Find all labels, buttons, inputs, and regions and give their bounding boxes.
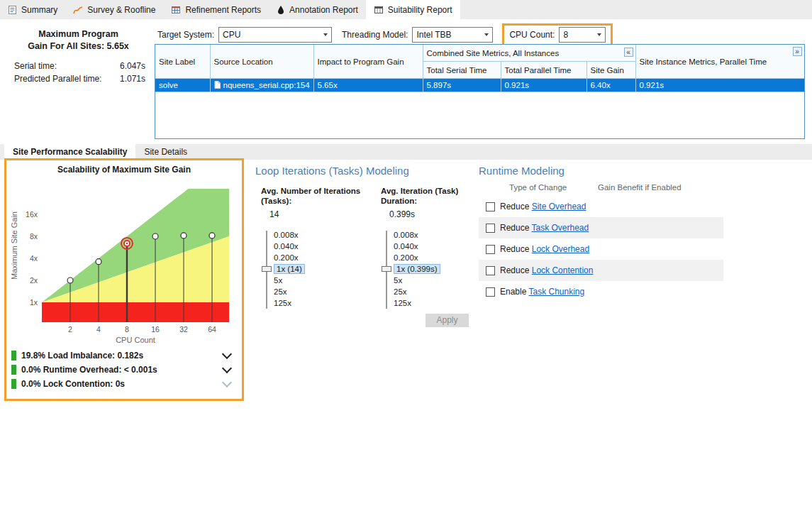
suitability-grid-icon (374, 5, 384, 15)
svg-text:4: 4 (96, 325, 101, 334)
target-system-value: CPU (219, 30, 320, 40)
slider-track[interactable] (381, 229, 394, 309)
iterations-value: 14 (269, 209, 364, 219)
cpu-gain-point[interactable] (181, 233, 187, 238)
load-imbalance-row: 19.8% Load Imbalance: 0.182s (6, 348, 242, 363)
predicted-parallel-time-row: Predicted Parallel time: 1.071s (14, 74, 145, 84)
lock-contention-label: 0.0% Lock Contention: 0s (21, 379, 218, 389)
load-imbalance-label: 19.8% Load Imbalance: 0.182s (21, 351, 218, 361)
col-group-combined-metrics[interactable]: Combined Site Metrics, All Instances « (423, 45, 635, 62)
duration-heading: Avg. Iteration (Task) Duration: (381, 186, 484, 207)
iterations-heading: Avg. Number of Iterations (Tasks): (261, 186, 364, 207)
site-overhead-link[interactable]: Site Overhead (532, 202, 586, 211)
task-chunking-checkbox[interactable] (486, 287, 495, 297)
cpu-count-dropdown[interactable]: 8 (559, 27, 606, 43)
tab-annotation-report[interactable]: Annotation Report (269, 0, 366, 19)
selected-scale-value: 1x (0.399s) (394, 263, 440, 275)
col-header-total-serial-time[interactable]: Total Serial Time (423, 62, 501, 79)
lock-contention-checkbox[interactable] (486, 266, 495, 275)
roofline-icon (73, 5, 83, 15)
runtime-modeling-title: Runtime Modeling (479, 165, 564, 177)
slider-track[interactable] (261, 229, 274, 309)
lock-contention-row: 0.0% Lock Contention: 0s (6, 377, 242, 391)
detail-subtabs: Site Performance Scalability Site Detail… (0, 144, 812, 160)
tab-refinement-reports[interactable]: Refinement Reports (163, 0, 269, 19)
tab-label: Suitability Report (388, 5, 452, 15)
svg-text:CPU Count: CPU Count (116, 336, 155, 344)
task-overhead-link[interactable]: Task Overhead (531, 223, 589, 233)
annotation-drop-icon (277, 5, 285, 15)
svg-text:8: 8 (125, 325, 129, 334)
cpu-gain-point[interactable] (67, 277, 73, 283)
summary-icon (8, 5, 17, 15)
col-header-source-location[interactable]: Source Location (210, 45, 313, 79)
max-program-gain-title: Maximum Program Gain For All Sites: 5.65… (6, 28, 151, 53)
cpu-gain-point[interactable] (96, 259, 101, 265)
duration-scale: 0.008x 0.040x 0.200x 1x (0.399s) 5x 25x … (394, 229, 440, 309)
col-header-impact[interactable]: Impact to Program Gain (313, 45, 423, 79)
svg-text:64: 64 (208, 325, 216, 334)
svg-text:8x: 8x (30, 232, 38, 241)
refinement-grid-icon (171, 5, 181, 15)
chart-title: Scalability of Maximum Site Gain (6, 165, 242, 175)
chevron-down-icon (594, 33, 605, 36)
iterations-column: Avg. Number of Iterations (Tasks): 14 0.… (261, 186, 364, 309)
cpu-count-label: CPU Count: (509, 30, 555, 40)
col-header-total-parallel-time[interactable]: Total Parallel Time (501, 62, 586, 79)
chevron-down-icon[interactable] (222, 378, 232, 387)
slider-thumb[interactable] (262, 266, 272, 272)
tab-site-performance-scalability[interactable]: Site Performance Scalability (4, 144, 135, 160)
iterations-slider: 0.008x 0.040x 0.200x 1x (14) 5x 25x 125x (261, 229, 364, 309)
slider-thumb[interactable] (382, 266, 391, 272)
cell-source-location: nqueens_serial.cpp:154 (210, 79, 313, 92)
apply-button[interactable]: Apply (426, 314, 469, 327)
serial-time-row: Serial time: 6.047s (14, 61, 145, 71)
scalability-panel: Scalability of Maximum Site Gain 1x2x4x8… (4, 158, 244, 401)
tab-label: Summary (21, 5, 57, 15)
program-gain-summary: Maximum Program Gain For All Sites: 5.65… (6, 28, 151, 87)
threading-model-dropdown[interactable]: Intel TBB (412, 27, 493, 43)
metric-bar-icon (11, 351, 16, 361)
expand-group-button[interactable]: » (793, 47, 802, 56)
col-header-site-label[interactable]: Site Label (155, 45, 210, 79)
cpu-gain-point[interactable] (152, 233, 158, 239)
cpu-count-value: 8 (560, 30, 594, 40)
lock-overhead-link[interactable]: Lock Overhead (532, 244, 589, 254)
svg-text:2: 2 (68, 325, 72, 334)
file-icon (214, 81, 221, 89)
cpu-gain-point[interactable] (209, 233, 215, 238)
task-chunking-link[interactable]: Task Chunking (528, 287, 584, 297)
tab-site-details[interactable]: Site Details (135, 144, 196, 160)
cpu-count-highlight: CPU Count: 8 (502, 23, 613, 46)
svg-text:32: 32 (179, 325, 188, 334)
option-row-task-overhead: Reduce Task Overhead (479, 217, 723, 238)
col-header-site-gain[interactable]: Site Gain (586, 62, 635, 79)
scalability-chart-area: 1x2x4x8x16x248163264CPU CountMaximum Sit… (9, 176, 242, 348)
tab-survey-roofline[interactable]: Survey & Roofline (65, 0, 163, 19)
chevron-down-icon (481, 33, 492, 36)
runtime-overhead-label: 0.0% Runtime Overhead: < 0.001s (21, 365, 218, 375)
chevron-down-icon[interactable] (222, 363, 232, 373)
chevron-down-icon (320, 33, 331, 36)
chevron-down-icon[interactable] (222, 349, 232, 359)
type-of-change-header: Type of Change (509, 183, 567, 192)
tab-summary[interactable]: Summary (0, 0, 65, 19)
report-tabbar: Summary Survey & Roofline Refinement Rep… (0, 0, 812, 19)
lock-contention-link[interactable]: Lock Contention (532, 265, 594, 275)
iterations-scale: 0.008x 0.040x 0.200x 1x (14) 5x 25x 125x (274, 229, 305, 309)
table-row-solve[interactable]: solve nqueens_serial.cpp:154 5.65x 5.897… (155, 79, 804, 92)
serial-time-label: Serial time: (14, 61, 57, 71)
col-header-instance-metrics[interactable]: Site Instance Metrics, Parallel Time » (635, 45, 804, 79)
tab-suitability-report[interactable]: Suitability Report (366, 0, 460, 19)
task-overhead-checkbox[interactable] (486, 224, 495, 233)
target-system-dropdown[interactable]: CPU (218, 27, 332, 43)
suitability-report-window: Summary Survey & Roofline Refinement Rep… (0, 0, 812, 528)
site-overhead-checkbox[interactable] (486, 202, 495, 211)
lock-overhead-checkbox[interactable] (486, 245, 495, 254)
threading-model-value: Intel TBB (413, 30, 481, 40)
option-row-task-chunking: Enable Task Chunking (479, 281, 723, 302)
collapse-group-button[interactable]: « (624, 48, 633, 57)
threading-model-label: Threading Model: (342, 30, 408, 40)
runtime-modeling-options: Reduce Site Overhead Reduce Task Overhea… (479, 196, 723, 302)
cell-total-serial-time: 5.897s (423, 79, 501, 92)
